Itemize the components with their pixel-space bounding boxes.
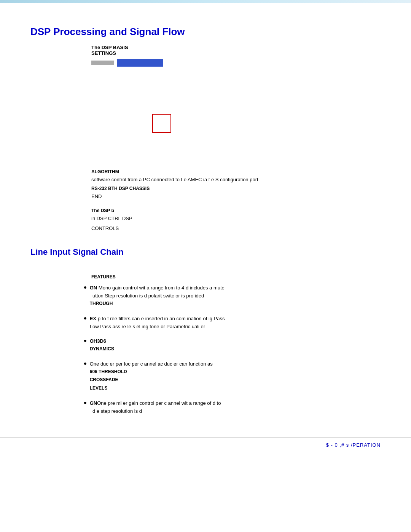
gray-bar [91,61,114,65]
bullet-content-1: GN Mono gain control wit a range from to… [90,284,381,308]
blue-bar [117,59,163,67]
bullet-sublabel-1: THROUGH [90,300,381,307]
section-title-line-input: Line Input Signal Chain [30,247,381,257]
bullet-icon: • [84,399,87,407]
bullet-label-3: OH3D6 [90,338,106,344]
description-block: ALGORITHM software control from a PC con… [91,169,381,232]
desc-label-b: RS-232 BTH DSP CHASSIS [91,186,381,191]
bullet-content-2: EX p to t ree filters can e inserted in … [90,315,381,331]
bullet-icon: • [84,283,87,292]
list-item: • EX p to t ree filters can e inserted i… [84,315,381,331]
list-item: • OH3D6 DYNAMICS [84,337,381,353]
bullet-icon: • [84,359,87,368]
bullet-sublabel-4c: LEVELS [90,385,381,392]
bullet-content-4: One duc er per loc per c annel ac duc er… [90,360,381,392]
bar-row [91,59,381,67]
dsp-header-line1: The DSP BASIS [91,45,381,50]
list-item: • One duc er per loc per c annel ac duc … [84,360,381,392]
bullet-list: • GN Mono gain control wit a range from … [84,284,381,415]
bullet-text-5a: One pre mi er gain control per c annel w… [97,400,221,406]
dsp-header-block: The DSP BASIS SETTINGS [91,45,381,56]
bullet-sublabel-4b: CROSSFADE [90,376,381,383]
page-content: DSP Processing and Signal Flow The DSP B… [0,3,411,452]
desc-label-a: ALGORITHM [91,169,381,174]
desc-line-c: in DSP CTRL DSP [91,215,381,222]
footer-text: $ - 0 ,# s /PERATION [326,442,381,448]
bullet-label-2: EX [90,316,98,321]
list-item: • GNOne pre mi er gain control per c ann… [84,399,381,415]
desc-line-b: END [91,193,381,200]
bullet-text-2b: Low Pass ass re le s el ing tone or Para… [90,324,205,329]
desc-line-d: CONTROLS [91,225,381,232]
list-item: • GN Mono gain control wit a range from … [84,284,381,308]
bullet-text-2a: p to t ree filters can e inserted in an … [98,316,225,321]
bullet-icon: • [84,314,87,323]
dsp-header-line2: SETTINGS [91,50,381,56]
bullet-sublabel-4a: 606 THRESHOLD [90,368,381,375]
desc-line-a: software control from a PC connected to … [91,176,381,184]
bullet-text-4a: One duc er per loc per c annel ac duc er… [90,361,213,367]
diagram-area [91,93,381,154]
desc-label-c: The DSP b [91,208,381,213]
bullet-label-1: GN [90,285,99,291]
bullet-text-1b: utton Step resolution is d polarit switc… [90,293,204,299]
bullet-label-5: GN [90,400,97,406]
bullet-content-5: GNOne pre mi er gain control per c annel… [90,399,381,415]
red-box-diagram [152,114,171,133]
bullet-content-3: OH3D6 DYNAMICS [90,337,381,353]
bullet-text-5b: d e step resolution is d [90,408,142,414]
bullet-text-1a: Mono gain control wit a range from to 4 … [99,285,225,291]
bullet-sublabel-3: DYNAMICS [90,345,381,353]
footer-bar: $ - 0 ,# s /PERATION [0,437,411,452]
bullet-icon: • [84,337,87,345]
top-decorative-bar [0,0,411,3]
features-label: FEATURES [91,274,381,280]
page-title: DSP Processing and Signal Flow [30,26,381,38]
